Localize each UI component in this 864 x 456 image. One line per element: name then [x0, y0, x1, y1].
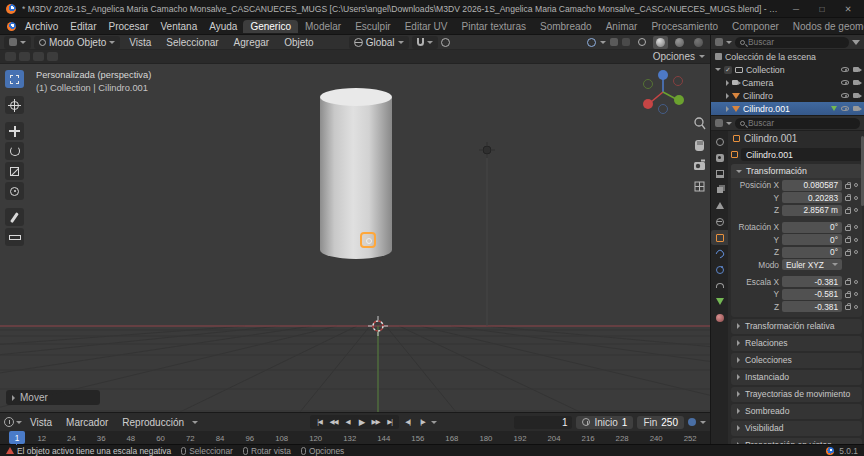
expand-icon[interactable]: [726, 106, 729, 112]
xray-toggle-icon[interactable]: [622, 38, 630, 46]
shading-rendered-button[interactable]: [691, 36, 706, 49]
frame-start-field[interactable]: Inicio 1: [576, 416, 633, 429]
operator-panel-mover[interactable]: Mover: [6, 390, 100, 405]
expand-icon[interactable]: [715, 68, 721, 71]
field-value[interactable]: 0.080587: [782, 180, 842, 191]
measure-tool[interactable]: [5, 228, 24, 246]
outliner-row-cilindro-001[interactable]: Cilindro.001: [711, 102, 864, 115]
workspace-tab-nodos-geometria[interactable]: Nodos de geometria: [786, 20, 864, 33]
scale-tool[interactable]: [5, 162, 24, 180]
animate-dot-icon[interactable]: [854, 250, 858, 254]
play-reverse-button[interactable]: ◀: [341, 416, 354, 428]
current-frame-field[interactable]: 1: [514, 416, 572, 429]
tool-icon-2[interactable]: [19, 52, 30, 61]
field-value[interactable]: -0.581: [782, 289, 842, 300]
field-value[interactable]: -0.381: [782, 276, 842, 287]
pan-hand-button[interactable]: [695, 140, 704, 151]
workspace-tab-modelar[interactable]: Modelar: [298, 20, 348, 33]
next-keyframe-button[interactable]: ▶▶: [369, 416, 382, 428]
section-sombreado[interactable]: Sombreado: [731, 404, 862, 419]
app-menu-icon[interactable]: [7, 22, 16, 31]
navigation-gizmo[interactable]: [643, 70, 684, 114]
expand-icon[interactable]: [726, 80, 729, 86]
playhead-badge[interactable]: 1: [9, 431, 25, 444]
timeline-menu-vista[interactable]: Vista: [24, 417, 58, 428]
outliner-row-scene-collection[interactable]: Colección de la escena: [711, 50, 864, 63]
animate-dot-icon[interactable]: [854, 292, 858, 296]
tool-icon-1[interactable]: [5, 52, 16, 61]
section-trayectorias[interactable]: Trayectorias de movimiento: [731, 387, 862, 402]
render-camera-icon[interactable]: [853, 93, 859, 98]
viewport-menu-seleccionar[interactable]: Seleccionar: [160, 37, 224, 48]
cursor-tool[interactable]: [5, 96, 24, 114]
maximize-button[interactable]: □: [812, 4, 832, 14]
zoom-button[interactable]: [695, 118, 705, 129]
animate-dot-icon[interactable]: [854, 225, 858, 229]
gizmo-y-axis[interactable]: [674, 95, 684, 105]
workspace-tab-animar[interactable]: Animar: [599, 20, 645, 33]
transform-orientation-dropdown[interactable]: Global: [349, 36, 409, 49]
viewport-menu-vista[interactable]: Vista: [123, 37, 157, 48]
shading-solid-button[interactable]: [653, 36, 668, 49]
workspace-tab-esculpir[interactable]: Esculpir: [348, 20, 398, 33]
properties-search-input[interactable]: Buscar: [735, 118, 860, 129]
section-instanciado[interactable]: Instanciado: [731, 370, 862, 385]
eye-icon[interactable]: [841, 80, 849, 85]
prev-keyframe-button[interactable]: ◀◀: [327, 416, 340, 428]
tab-constraints[interactable]: [711, 278, 728, 293]
object-name-field[interactable]: Cilindro.001: [741, 148, 862, 161]
render-camera-icon[interactable]: [853, 67, 859, 72]
workspace-tab-generico[interactable]: Generico: [243, 20, 298, 33]
outliner-row-collection[interactable]: ✓ Collection: [711, 63, 864, 76]
workspace-tab-componer[interactable]: Componer: [725, 20, 786, 33]
jump-start-button[interactable]: |◀: [313, 416, 326, 428]
viewport-menu-agregar[interactable]: Agregar: [228, 37, 276, 48]
lock-icon[interactable]: [845, 293, 851, 298]
cylinder-object[interactable]: [320, 97, 392, 259]
collection-checkbox[interactable]: ✓: [724, 66, 732, 74]
lock-icon[interactable]: [845, 251, 851, 256]
animate-dot-icon[interactable]: [854, 305, 858, 309]
lock-icon[interactable]: [845, 305, 851, 310]
field-value[interactable]: -0.381: [782, 301, 842, 312]
object-origin-marker[interactable]: [360, 232, 376, 248]
gizmos-toggle-icon[interactable]: [587, 38, 596, 47]
tab-tool[interactable]: [711, 134, 728, 149]
field-value[interactable]: 0.20283: [782, 192, 842, 203]
snapping-dropdown[interactable]: [412, 36, 438, 49]
expand-icon[interactable]: [726, 93, 729, 99]
section-transformacion-relativa[interactable]: Transformación relativa: [731, 319, 862, 334]
tab-viewlayer[interactable]: [711, 182, 728, 197]
jump-end-button[interactable]: ▶|: [383, 416, 396, 428]
timeline-ruler[interactable]: 1 12 24 36 48 60 72 84 96 108 120 132 14…: [0, 431, 710, 445]
outliner-search-input[interactable]: Buscar: [735, 37, 849, 48]
play-button[interactable]: ▶: [355, 416, 368, 428]
transform-tool[interactable]: [5, 182, 24, 200]
animate-dot-icon[interactable]: [854, 238, 858, 242]
tab-render[interactable]: [711, 150, 728, 165]
outliner-row-camera[interactable]: Camera: [711, 76, 864, 89]
outliner-editor-icon[interactable]: [715, 38, 723, 46]
blender-logo-icon[interactable]: [6, 4, 16, 14]
minimize-button[interactable]: ─: [786, 4, 806, 14]
menu-procesar[interactable]: Procesar: [102, 21, 154, 32]
tab-scene[interactable]: [711, 198, 728, 213]
render-camera-icon[interactable]: [853, 80, 859, 85]
lock-icon[interactable]: [845, 226, 851, 231]
lock-icon[interactable]: [845, 184, 851, 189]
shading-material-button[interactable]: [672, 36, 687, 49]
render-camera-icon[interactable]: [853, 106, 859, 111]
move-tool[interactable]: [5, 122, 24, 140]
animate-dot-icon[interactable]: [854, 208, 858, 212]
frame-forward-button[interactable]: |▶: [416, 416, 429, 428]
timeline-menu-reproduccion[interactable]: Reproducción: [116, 417, 190, 428]
rotation-mode-dropdown[interactable]: Euler XYZ: [782, 259, 842, 270]
tab-modifiers[interactable]: [711, 246, 728, 261]
outliner-row-cilindro[interactable]: Cilindro: [711, 89, 864, 102]
workspace-tab-pintar-texturas[interactable]: Pintar texturas: [455, 20, 533, 33]
tool-icon-3[interactable]: [33, 52, 44, 61]
tab-object[interactable]: [711, 230, 728, 245]
workspace-tab-procesamiento[interactable]: Procesamiento: [644, 20, 725, 33]
workspace-tab-sombreado[interactable]: Sombreado: [533, 20, 599, 33]
close-button[interactable]: ✕: [838, 4, 858, 14]
